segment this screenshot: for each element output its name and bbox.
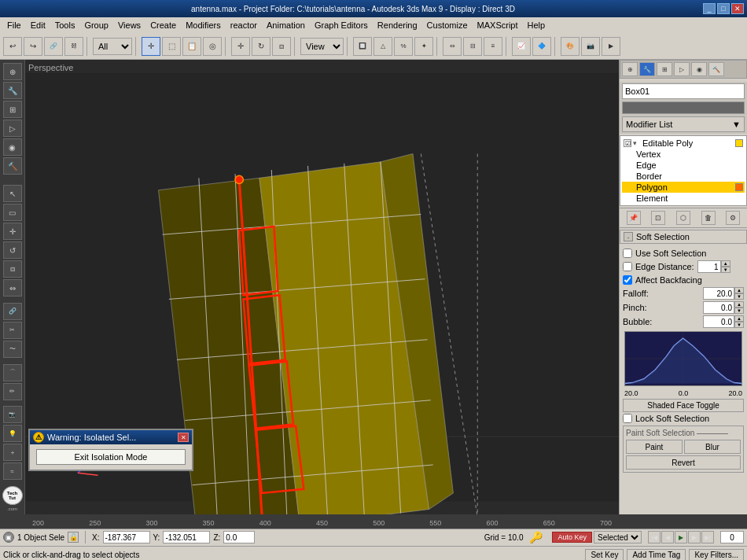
set-key-button[interactable]: Set Key	[585, 549, 624, 560]
menu-edit[interactable]: Edit	[27, 20, 50, 31]
layer-button[interactable]: ≡	[484, 37, 502, 56]
frame-input[interactable]	[720, 531, 744, 543]
go-start-button[interactable]: |◀	[648, 531, 661, 543]
pinch-input[interactable]	[703, 301, 734, 314]
utilities-tab[interactable]: 🔨	[708, 62, 724, 76]
select-region-button[interactable]: ⬚	[162, 37, 181, 56]
pinch-up[interactable]: ▲	[734, 301, 744, 308]
minimize-button[interactable]: _	[703, 3, 716, 14]
paint-button[interactable]: ✏	[3, 383, 22, 400]
move-button[interactable]: ✛	[231, 37, 250, 56]
go-end-button[interactable]: ▶|	[701, 531, 714, 543]
motion-button[interactable]: ▷	[3, 120, 22, 137]
falloff-down[interactable]: ▼	[734, 293, 744, 300]
falloff-input[interactable]	[703, 287, 734, 300]
blur-button[interactable]: Blur	[684, 440, 741, 454]
menu-views[interactable]: Views	[114, 20, 145, 31]
key-filters-button[interactable]: Key Filters...	[689, 549, 744, 560]
shaded-face-toggle[interactable]: Shaded Face Toggle	[623, 399, 744, 412]
bubble-down[interactable]: ▼	[734, 322, 744, 328]
warning-close-button[interactable]: ✕	[178, 433, 189, 442]
menu-file[interactable]: File	[3, 20, 25, 31]
soft-selection-graph[interactable]	[624, 331, 742, 386]
revert-button[interactable]: Revert	[626, 455, 741, 470]
snap-toggle[interactable]: 🔲	[353, 37, 372, 56]
hierarchy-button[interactable]: ⊞	[3, 101, 22, 118]
maximize-button[interactable]: □	[717, 3, 730, 14]
link-btn[interactable]: 🔗	[3, 303, 22, 320]
mirror2-button[interactable]: ⇔	[3, 279, 22, 297]
light-button[interactable]: 💡	[3, 425, 22, 442]
menu-customize[interactable]: Customize	[423, 20, 472, 31]
render-scene[interactable]: 📷	[581, 37, 600, 56]
key-scope-select[interactable]: Selected	[594, 531, 642, 543]
bubble-up[interactable]: ▲	[734, 315, 744, 322]
modifier-list-dropdown[interactable]: Modifier List ▼	[622, 116, 745, 132]
add-time-tag-button[interactable]: Add Time Tag	[627, 549, 686, 560]
mt-editable-poly[interactable]: ☑ ▾ Editable Poly	[622, 138, 745, 149]
helper-button[interactable]: ＋	[3, 444, 22, 461]
lock-soft-checkbox[interactable]	[623, 414, 632, 423]
mirror-button[interactable]: ⇔	[443, 37, 462, 56]
edge-dist-up[interactable]: ▲	[721, 260, 730, 267]
unlink-btn[interactable]: ✂	[3, 322, 22, 339]
select-button[interactable]: ✛	[142, 37, 160, 56]
menu-group[interactable]: Group	[80, 20, 112, 31]
redo-button[interactable]: ↪	[24, 37, 42, 56]
menu-rendering[interactable]: Rendering	[374, 20, 421, 31]
menu-graph-editors[interactable]: Graph Editors	[311, 20, 372, 31]
show-end-result[interactable]: ⊡	[651, 211, 665, 225]
use-soft-checkbox[interactable]	[623, 249, 632, 258]
z-coord-input[interactable]	[223, 531, 255, 543]
unlink-button[interactable]: ⛓	[64, 37, 83, 56]
hierarchy-tab[interactable]: ⊞	[657, 62, 672, 76]
menu-help[interactable]: Help	[524, 20, 550, 31]
make-unique[interactable]: ⬡	[676, 211, 690, 225]
modify-button[interactable]: 🔧	[3, 82, 22, 99]
pin-stack-button[interactable]: 📌	[627, 211, 641, 225]
collapse-button[interactable]: -	[624, 232, 633, 241]
viewport[interactable]: Perspective	[25, 60, 619, 514]
pinch-down[interactable]: ▼	[734, 308, 744, 314]
mt-checkbox-poly[interactable]: ☑	[624, 139, 631, 147]
y-coord-input[interactable]	[163, 531, 210, 543]
prev-frame-button[interactable]: ◀	[661, 531, 674, 543]
mt-polygon[interactable]: Polygon	[622, 182, 745, 193]
create-button[interactable]: ⊕	[3, 63, 22, 80]
scale-button[interactable]: ⧈	[272, 37, 291, 56]
select-obj-button[interactable]: ↖	[3, 185, 22, 202]
filter-dropdown[interactable]: All	[93, 38, 132, 55]
lock-selection-button[interactable]: 🔓	[68, 532, 79, 543]
expand-icon[interactable]: ▾	[633, 139, 641, 147]
object-name-input[interactable]	[622, 83, 745, 99]
object-color-swatch[interactable]	[622, 101, 745, 114]
select-link-button[interactable]: 🔗	[44, 37, 63, 56]
display-tab[interactable]: ◉	[691, 62, 707, 76]
auto-key-button[interactable]: Auto Key	[552, 532, 592, 543]
move2-button[interactable]: ✛	[3, 223, 22, 240]
paint-button[interactable]: Paint	[626, 440, 683, 454]
bubble-input[interactable]	[703, 315, 734, 328]
create-tab[interactable]: ⊕	[622, 62, 638, 76]
curve-editor-button[interactable]: 📈	[512, 37, 531, 56]
menu-reactor[interactable]: reactor	[226, 20, 261, 31]
spinner-snap[interactable]: ✦	[414, 37, 433, 56]
mt-border[interactable]: Border	[622, 171, 745, 182]
next-frame-button[interactable]: ▶	[688, 531, 701, 543]
affect-backfacing-checkbox[interactable]	[623, 275, 632, 285]
close-button[interactable]: ✕	[731, 3, 744, 14]
rotate2-button[interactable]: ↺	[3, 241, 22, 259]
x-coord-input[interactable]	[103, 531, 150, 543]
rotate-button[interactable]: ↻	[252, 37, 270, 56]
percent-snap[interactable]: %	[394, 37, 413, 56]
exit-isolation-button[interactable]: Exit Isolation Mode	[36, 449, 186, 465]
select-region2-button[interactable]: ▭	[3, 204, 22, 221]
bind-space-warp[interactable]: 〜	[3, 341, 22, 358]
display-button[interactable]: ◉	[3, 138, 22, 156]
mt-vertex[interactable]: Vertex	[622, 149, 745, 160]
material-editor[interactable]: 🎨	[561, 37, 580, 56]
nurbs-button[interactable]: ⌒	[3, 364, 22, 381]
angle-snap[interactable]: △	[374, 37, 392, 56]
mt-element[interactable]: Element	[622, 193, 745, 204]
falloff-up[interactable]: ▲	[734, 287, 744, 293]
